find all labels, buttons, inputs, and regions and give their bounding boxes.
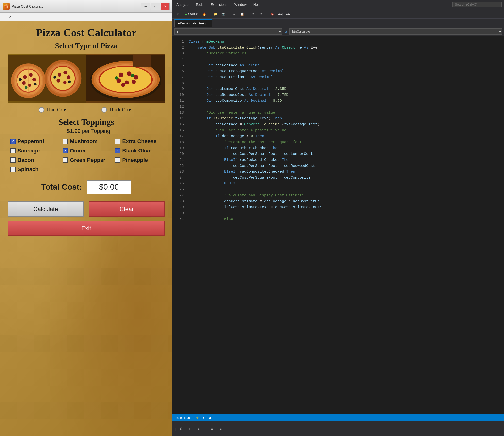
start-dropdown-icon: ▾ xyxy=(196,12,198,16)
bottom-btn-5[interactable]: ≡ xyxy=(217,426,224,432)
pineapple-checkbox[interactable] xyxy=(115,157,120,163)
code-line: 25 End If xyxy=(176,181,500,187)
bottom-btn-1[interactable]: ⟨⟩ xyxy=(178,426,185,432)
pizza-calculator-window: 🍕 Pizza Cost Calculator ─ □ ✕ File Pizza… xyxy=(0,0,172,436)
sausage-checkbox[interactable] xyxy=(10,148,16,153)
topping-bacon[interactable]: Bacon xyxy=(10,157,58,163)
vs-menu-bar: Analyze Tools Extensions Window Help xyxy=(172,0,504,9)
svg-point-6 xyxy=(23,75,27,79)
extra-cheese-label: Extra Cheese xyxy=(122,138,156,145)
mushroom-label: Mushroom xyxy=(70,138,98,145)
debug-btn[interactable]: 🔥 xyxy=(201,11,208,17)
code-line: 2 vate Sub btnCalculate_Click(sender As … xyxy=(176,45,500,51)
active-tab[interactable]: nDecking.vb [Design] xyxy=(174,19,212,27)
clear-button[interactable]: Clear xyxy=(89,201,165,217)
toolbar-btn-2[interactable]: 📷 xyxy=(220,11,227,17)
bottom-btn-3[interactable]: ⬇ xyxy=(195,426,202,432)
svg-point-40 xyxy=(132,80,136,84)
mushroom-checkbox[interactable] xyxy=(63,139,68,144)
thin-crust-radio[interactable] xyxy=(39,107,44,113)
topping-mushroom[interactable]: Mushroom xyxy=(63,138,110,145)
topping-pineapple[interactable]: Pineapple xyxy=(115,157,162,163)
svg-point-8 xyxy=(32,78,36,81)
vs-bottom-bar: | ⟨⟩ ⬆ ⬇ ≡ ≡ xyxy=(172,421,504,436)
code-line: 7 Dim decCostEstimate As Decimal xyxy=(176,74,500,80)
vs-code-area[interactable]: 1Class frmDecking2 vate Sub btnCalculate… xyxy=(172,36,504,414)
thick-crust-radio[interactable] xyxy=(101,107,107,113)
topping-green-pepper[interactable]: Green Pepper xyxy=(63,157,110,163)
green-pepper-checkbox[interactable] xyxy=(63,157,68,163)
exit-button[interactable]: Exit xyxy=(8,221,165,236)
topping-black-olive[interactable]: Black Olive xyxy=(115,148,162,154)
vs-search-input[interactable] xyxy=(452,2,502,7)
green-pepper-label: Green Pepper xyxy=(70,157,105,163)
help-menu[interactable]: Help xyxy=(252,2,262,8)
code-line: 3 'Declare variables xyxy=(176,51,500,57)
class-dropdown[interactable]: r xyxy=(174,28,282,35)
toolbar-btn-1[interactable]: 📁 xyxy=(212,11,219,17)
toolbar-btn-6[interactable]: ≡ xyxy=(258,11,265,17)
toolbar-arrow-btn[interactable]: ▾ xyxy=(174,11,181,17)
svg-point-9 xyxy=(22,81,26,85)
black-olive-checkbox[interactable] xyxy=(115,148,120,153)
svg-point-26 xyxy=(53,76,56,79)
toolbar-btn-5[interactable]: ≡ xyxy=(250,11,257,17)
start-button[interactable]: ▶ Start ▾ xyxy=(182,11,200,17)
toppings-price: + $1.99 per Topping xyxy=(62,128,110,134)
bottom-btn-4[interactable]: ≡ xyxy=(208,426,215,432)
method-dropdown[interactable]: btnCalculate xyxy=(289,28,502,35)
main-title: Pizza Cost Calculator xyxy=(36,26,136,39)
code-line: 27 'Calculate and Display Cost Estimate xyxy=(176,193,500,199)
toolbar-btn-7[interactable]: ◀◀ xyxy=(277,11,284,17)
svg-point-7 xyxy=(29,73,33,77)
svg-point-22 xyxy=(63,71,67,74)
code-line: 13 'Did user enter a numeric value xyxy=(176,110,500,116)
file-menu[interactable]: File xyxy=(3,14,14,20)
pizza-image-right xyxy=(86,54,165,103)
toolbar-btn-8[interactable]: ▶▶ xyxy=(285,11,291,17)
close-button[interactable]: ✕ xyxy=(161,3,170,10)
toppings-grid: Pepperoni Mushroom Extra Cheese Sausage … xyxy=(8,138,165,173)
maximize-button[interactable]: □ xyxy=(151,3,160,10)
spinach-label: Spinach xyxy=(17,166,39,173)
tools-menu[interactable]: Tools xyxy=(194,2,205,8)
toolbar-btn-3[interactable]: ⬌ xyxy=(231,11,238,17)
bacon-checkbox[interactable] xyxy=(10,157,16,163)
minimize-button[interactable]: ─ xyxy=(141,3,150,10)
toolbar-bookmark-btn[interactable]: 🔖 xyxy=(269,11,276,17)
extensions-menu[interactable]: Extensions xyxy=(209,2,229,8)
bottom-btn-2[interactable]: ⬆ xyxy=(186,426,193,432)
svg-point-34 xyxy=(100,67,151,92)
topping-onion[interactable]: Onion xyxy=(63,148,110,154)
onion-checkbox[interactable] xyxy=(63,148,68,153)
extra-cheese-checkbox[interactable] xyxy=(115,139,120,144)
svg-point-41 xyxy=(121,83,125,87)
crust-options: Thin Crust Thick Crust xyxy=(8,107,165,113)
pineapple-label: Pineapple xyxy=(122,157,148,163)
analyze-menu[interactable]: Analyze xyxy=(175,2,190,8)
vs-status-bar: issues found ⚡ ▾ ◀ xyxy=(172,414,504,421)
code-line: 24 decCostPerSquareFoot = decComposite xyxy=(176,175,500,181)
topping-pepperoni[interactable]: Pepperoni xyxy=(10,138,58,145)
toolbar-btn-4[interactable]: 📋 xyxy=(239,11,246,17)
thin-crust-option[interactable]: Thin Crust xyxy=(39,107,69,113)
pepperoni-checkbox[interactable] xyxy=(10,139,16,144)
status-icon: ⚡ xyxy=(195,416,199,419)
topping-spinach[interactable]: Spinach xyxy=(10,166,58,173)
spinach-checkbox[interactable] xyxy=(10,167,16,172)
code-line: 18 'Determine the cost per square foot xyxy=(176,139,500,145)
calculate-button[interactable]: Calculate xyxy=(8,201,84,217)
vs-tab-bar: nDecking.vb [Design] xyxy=(172,19,504,27)
window-menu[interactable]: Window xyxy=(233,2,248,8)
svg-point-21 xyxy=(58,73,61,77)
code-line: 11 Dim decComposite As Decimal = 8.5D xyxy=(176,98,500,104)
sausage-label: Sausage xyxy=(17,148,40,154)
thin-crust-label: Thin Crust xyxy=(46,107,69,113)
svg-point-13 xyxy=(25,86,27,89)
thick-crust-option[interactable]: Thick Crust xyxy=(101,107,134,113)
thick-crust-label: Thick Crust xyxy=(109,107,134,113)
code-line: 19 If radLumber.Checked Then xyxy=(176,145,500,151)
topping-extra-cheese[interactable]: Extra Cheese xyxy=(115,138,162,145)
code-line: 20 decCostPerSquareFoot = decLumberCost xyxy=(176,151,500,157)
topping-sausage[interactable]: Sausage xyxy=(10,148,58,154)
